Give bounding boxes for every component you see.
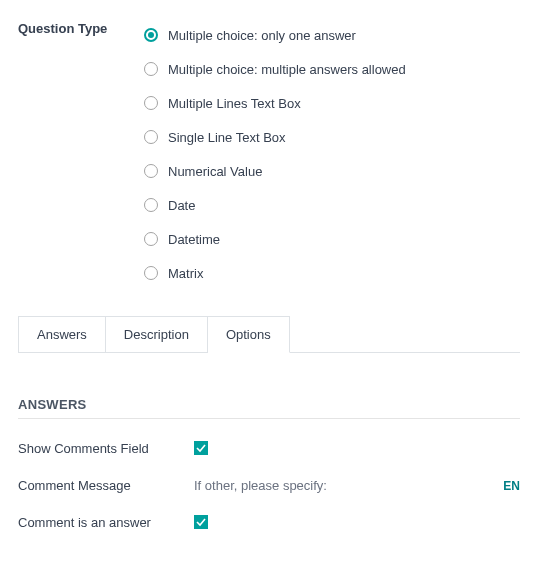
radio-item[interactable]: Date xyxy=(144,188,520,222)
question-type-options: Multiple choice: only one answerMultiple… xyxy=(144,18,520,290)
radio-icon[interactable] xyxy=(144,96,158,110)
show-comments-label: Show Comments Field xyxy=(18,441,194,456)
comment-is-answer-label: Comment is an answer xyxy=(18,515,194,530)
comment-message-label: Comment Message xyxy=(18,478,194,493)
question-type-label: Question Type xyxy=(18,18,144,290)
radio-icon[interactable] xyxy=(144,198,158,212)
radio-icon[interactable] xyxy=(144,130,158,144)
comment-message-input[interactable] xyxy=(194,478,455,493)
radio-label: Multiple choice: only one answer xyxy=(168,28,356,43)
radio-label: Multiple choice: multiple answers allowe… xyxy=(168,62,406,77)
radio-icon[interactable] xyxy=(144,232,158,246)
show-comments-row: Show Comments Field xyxy=(18,441,520,456)
radio-label: Datetime xyxy=(168,232,220,247)
tab-answers[interactable]: Answers xyxy=(18,316,106,353)
radio-item[interactable]: Numerical Value xyxy=(144,154,520,188)
check-icon xyxy=(196,517,206,527)
tab-options[interactable]: Options xyxy=(208,316,290,353)
comment-message-row: Comment Message EN xyxy=(18,478,520,493)
radio-label: Matrix xyxy=(168,266,203,281)
tab-description[interactable]: Description xyxy=(106,316,208,353)
radio-item[interactable]: Single Line Text Box xyxy=(144,120,520,154)
check-icon xyxy=(196,443,206,453)
language-tag[interactable]: EN xyxy=(503,479,520,493)
radio-label: Single Line Text Box xyxy=(168,130,286,145)
radio-item[interactable]: Multiple choice: multiple answers allowe… xyxy=(144,52,520,86)
radio-icon[interactable] xyxy=(144,28,158,42)
radio-item[interactable]: Multiple choice: only one answer xyxy=(144,18,520,52)
comment-is-answer-row: Comment is an answer xyxy=(18,515,520,530)
radio-icon[interactable] xyxy=(144,266,158,280)
radio-item[interactable]: Datetime xyxy=(144,222,520,256)
radio-item[interactable]: Multiple Lines Text Box xyxy=(144,86,520,120)
radio-label: Date xyxy=(168,198,195,213)
radio-label: Multiple Lines Text Box xyxy=(168,96,301,111)
radio-label: Numerical Value xyxy=(168,164,262,179)
radio-icon[interactable] xyxy=(144,164,158,178)
radio-item[interactable]: Matrix xyxy=(144,256,520,290)
radio-icon[interactable] xyxy=(144,62,158,76)
tabs-bar: AnswersDescriptionOptions xyxy=(18,316,520,353)
question-type-row: Question Type Multiple choice: only one … xyxy=(18,18,520,290)
comment-is-answer-checkbox[interactable] xyxy=(194,515,208,529)
section-title-answers: ANSWERS xyxy=(18,397,520,419)
show-comments-checkbox[interactable] xyxy=(194,441,208,455)
